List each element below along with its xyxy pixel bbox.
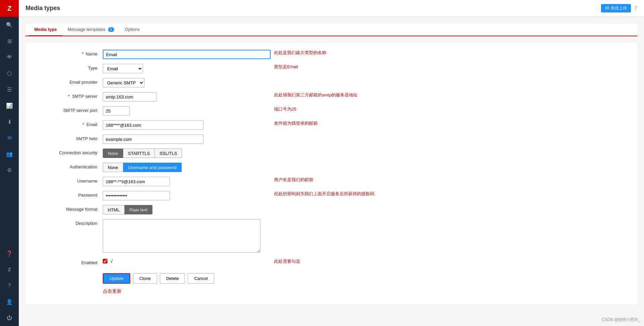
connection-security-group: None STARTTLS SSL/TLS: [103, 149, 271, 158]
smtp-port-input[interactable]: [103, 106, 130, 116]
authentication-control: None Username and password: [103, 163, 271, 172]
form-row-type: Type Email SMS Script 类型是Email: [36, 64, 627, 73]
type-label: Type: [36, 64, 103, 71]
delete-button[interactable]: Delete: [160, 273, 185, 284]
type-select[interactable]: Email SMS Script: [103, 64, 143, 73]
sidebar-item-settings[interactable]: ⚙: [0, 162, 19, 178]
form-row-smtp-helo: SMTP helo: [36, 134, 627, 144]
topbar: Media types 65 鱼疣上传 ?: [19, 0, 644, 17]
sidebar: Z 🔍 ⊞ 👁 ⬡ ☰ 📊 ⬇ ✉ 👥 ⚙ ❓ Z ? 👤 ⏻: [0, 0, 19, 326]
password-annotation: 此处的密码则为我们上面开启服务后所获得的授权码: [274, 191, 374, 197]
authentication-group: None Username and password: [103, 163, 271, 172]
form-container: * Name 此处是我们媒介类型的名称 Type Email SMS Scr: [26, 43, 637, 304]
enabled-check-symbol: √: [110, 258, 113, 264]
form-row-smtp-port: SMTP server port 端口号为25: [36, 106, 627, 116]
bottom-annotation: 点击更新: [103, 288, 627, 294]
username-annotation: 用户名是我们的邮箱: [274, 177, 313, 183]
smtp-server-annotation: 此处填我们第三方邮箱的smtp的服务器地址: [274, 92, 358, 98]
sidebar-item-user[interactable]: 👤: [0, 294, 19, 310]
authentication-label: Authentication: [36, 163, 103, 169]
description-control: [103, 219, 271, 254]
password-label: Password: [36, 191, 103, 198]
tab-media-type[interactable]: Media type: [29, 24, 62, 36]
form-row-smtp-server: * SMTP server 此处填我们第三方邮箱的smtp的服务器地址: [36, 92, 627, 101]
connection-security-ssl[interactable]: SSL/TLS: [155, 149, 182, 158]
tab-badge: 5: [108, 27, 114, 32]
sidebar-item-search[interactable]: 🔍: [0, 17, 19, 33]
cancel-button[interactable]: Cancel: [188, 273, 214, 284]
sidebar-item-zabbix[interactable]: Z: [0, 261, 19, 278]
type-control: Email SMS Script: [103, 64, 271, 73]
form-row-email: * Email 发件箱为我登录的邮箱: [36, 120, 627, 130]
password-control: [103, 191, 271, 200]
message-format-control: HTML Plain text: [103, 205, 271, 214]
message-format-html[interactable]: HTML: [103, 205, 125, 214]
description-textarea[interactable]: [103, 219, 261, 253]
form-row-email-provider: Email provider Generic SMTP Gmail Office…: [36, 78, 627, 87]
connection-security-none[interactable]: None: [103, 149, 123, 158]
app-logo[interactable]: Z: [0, 0, 19, 17]
email-provider-control: Generic SMTP Gmail Office365: [103, 78, 271, 87]
enabled-checkbox[interactable]: [103, 259, 107, 263]
sidebar-item-support[interactable]: ❓: [0, 245, 19, 261]
content-area: Media type Message templates 5 Options *…: [19, 17, 644, 326]
form-row-enabled: Enabled √ 此处需要勾选: [36, 258, 627, 265]
form-row-name: * Name 此处是我们媒介类型的名称: [36, 50, 627, 59]
connection-security-control: None STARTTLS SSL/TLS: [103, 149, 271, 158]
page-title: Media types: [26, 5, 60, 12]
email-provider-select[interactable]: Generic SMTP Gmail Office365: [103, 78, 144, 87]
sidebar-item-power[interactable]: ⏻: [0, 310, 19, 326]
sidebar-item-topology[interactable]: ⬡: [0, 65, 19, 81]
connection-security-starttls[interactable]: STARTTLS: [123, 149, 155, 158]
smtp-server-label: * SMTP server: [36, 92, 103, 99]
message-format-group: HTML Plain text: [103, 205, 271, 214]
tab-message-templates[interactable]: Message templates 5: [62, 24, 119, 36]
sidebar-item-help[interactable]: ?: [0, 278, 19, 294]
smtp-helo-control: [103, 134, 271, 144]
email-provider-label: Email provider: [36, 78, 103, 85]
sidebar-item-users[interactable]: 👥: [0, 146, 19, 162]
sidebar-item-dashboard[interactable]: ⊞: [0, 33, 19, 49]
clone-button[interactable]: Clone: [133, 273, 157, 284]
smtp-server-control: [103, 92, 271, 101]
smtp-server-input[interactable]: [103, 92, 156, 101]
type-annotation: 类型是Email: [274, 64, 298, 70]
email-annotation: 发件箱为我登录的邮箱: [274, 120, 318, 126]
smtp-helo-input[interactable]: [103, 134, 203, 144]
sidebar-item-list[interactable]: ☰: [0, 81, 19, 97]
username-control: [103, 177, 271, 186]
name-label: * Name: [36, 50, 103, 56]
username-input[interactable]: [103, 177, 170, 186]
action-buttons: Update Clone Delete Cancel: [103, 273, 214, 284]
badge-label: 鱼疣上传: [611, 6, 627, 10]
form-row-username: Username 用户名是我们的邮箱: [36, 177, 627, 186]
email-label: * Email: [36, 120, 103, 127]
name-control: [103, 50, 271, 59]
email-control: [103, 120, 271, 130]
topbar-help-icon[interactable]: ?: [634, 5, 637, 11]
sidebar-item-mail[interactable]: ✉: [0, 130, 19, 146]
message-format-plain-text[interactable]: Plain text: [125, 205, 152, 214]
sidebar-item-monitoring[interactable]: 👁: [0, 49, 19, 65]
form-row-message-format: Message format HTML Plain text: [36, 205, 627, 214]
update-button[interactable]: Update: [103, 273, 130, 284]
message-format-label: Message format: [36, 205, 103, 212]
authentication-none[interactable]: None: [103, 163, 123, 172]
form-row-authentication: Authentication None Username and passwor…: [36, 163, 627, 172]
smtp-port-label: SMTP server port: [36, 106, 103, 113]
tab-options[interactable]: Options: [120, 24, 145, 36]
upload-button[interactable]: 65 鱼疣上传: [601, 4, 631, 12]
form-row-actions: Update Clone Delete Cancel: [36, 270, 627, 284]
sidebar-item-download[interactable]: ⬇: [0, 114, 19, 130]
description-label: Description: [36, 219, 103, 226]
topbar-right: 65 鱼疣上传 ?: [601, 4, 637, 12]
authentication-username-password[interactable]: Username and password: [123, 163, 182, 172]
password-input[interactable]: [103, 191, 170, 200]
name-input[interactable]: [103, 50, 271, 59]
tab-bar: Media type Message templates 5 Options: [26, 24, 637, 36]
enabled-annotation: 此处需要勾选: [274, 258, 300, 264]
badge-count: 65: [605, 6, 609, 10]
email-input[interactable]: [103, 120, 203, 130]
connection-security-label: Connection security: [36, 149, 103, 155]
sidebar-item-charts[interactable]: 📊: [0, 97, 19, 114]
